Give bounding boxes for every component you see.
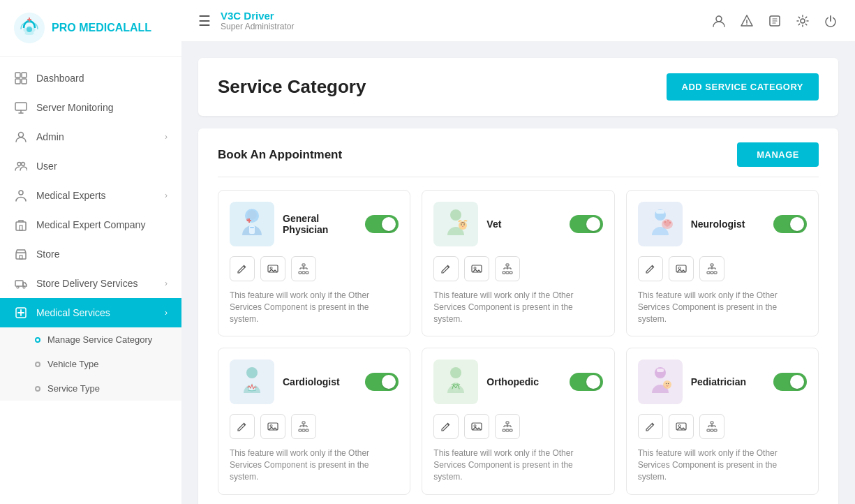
alert-icon[interactable] (739, 13, 754, 29)
hierarchy-action-button[interactable] (495, 256, 520, 281)
medical-person-icon (14, 188, 28, 202)
toggle-pediatrician[interactable] (773, 373, 807, 391)
card-name: General Physician (283, 213, 357, 235)
monitor-icon (14, 101, 28, 114)
svg-point-51 (678, 267, 681, 269)
medical-cross-icon (14, 306, 28, 320)
sidebar-item-medical-services[interactable]: Medical Services › (0, 298, 181, 327)
add-service-category-button[interactable]: ADD SERVICE CATEGORY (667, 73, 819, 101)
hierarchy-action-button[interactable] (495, 414, 520, 439)
image-action-button[interactable] (260, 414, 285, 439)
hierarchy-action-button[interactable] (291, 256, 316, 281)
svg-point-74 (663, 380, 671, 389)
main-area: ☰ V3C Driver Super Administrator (181, 0, 855, 504)
edit-action-button[interactable] (230, 256, 255, 281)
logo-icon (14, 13, 45, 43)
hamburger-button[interactable]: ☰ (198, 13, 211, 29)
svg-rect-26 (250, 227, 254, 228)
sidebar-item-medical-expert-company[interactable]: Medical Expert Company (0, 210, 181, 239)
svg-point-56 (246, 367, 258, 378)
card-avatar (230, 202, 274, 246)
svg-point-19 (716, 16, 722, 22)
delivery-icon (14, 276, 28, 290)
sidebar-sub-service-type[interactable]: Service Type (0, 376, 181, 401)
user-icon[interactable] (711, 13, 727, 29)
sidebar-item-label: Medical Experts (36, 190, 106, 201)
toggle-vet[interactable] (570, 215, 603, 233)
service-card-cardiologist: Cardiologist This fea (218, 348, 410, 494)
sub-item-label: Vehicle Type (47, 359, 98, 369)
svg-point-78 (678, 425, 681, 427)
card-name: Cardiologist (283, 376, 357, 387)
chevron-right-icon: › (165, 132, 168, 142)
svg-rect-15 (15, 281, 23, 286)
svg-point-59 (270, 425, 272, 427)
hierarchy-action-button[interactable] (291, 414, 316, 439)
sidebar-item-user[interactable]: User (0, 151, 181, 181)
edit-icon[interactable] (767, 13, 782, 29)
settings-icon[interactable] (795, 13, 810, 29)
toggle-general-physician[interactable] (365, 215, 399, 233)
sidebar-sub-manage-service-category[interactable]: Manage Service Category (0, 327, 181, 352)
edit-action-button[interactable] (638, 414, 663, 439)
edit-action-button[interactable] (230, 414, 255, 439)
toggle-cardiologist[interactable] (365, 373, 399, 391)
svg-rect-62 (302, 429, 305, 431)
svg-point-76 (667, 383, 668, 384)
card-notice: This feature will work only if the Other… (638, 447, 807, 482)
svg-rect-43 (510, 272, 512, 274)
sidebar-item-medical-experts[interactable]: Medical Experts › (0, 181, 181, 210)
toggle-orthopedic[interactable] (570, 373, 603, 391)
edit-action-button[interactable] (433, 414, 459, 439)
people-icon (14, 159, 28, 173)
building-icon (14, 218, 28, 232)
card-notice: This feature will work only if the Other… (433, 290, 602, 325)
logo-text: PRO MEDICALALL (52, 22, 151, 34)
svg-rect-52 (711, 264, 713, 266)
card-name: Orthopedic (486, 376, 560, 387)
svg-rect-12 (20, 225, 22, 230)
edit-action-button[interactable] (433, 256, 459, 281)
card-avatar (230, 360, 274, 404)
hierarchy-action-button[interactable] (699, 414, 724, 439)
page-header: Service Category ADD SERVICE CATEGORY (198, 58, 838, 116)
svg-rect-70 (506, 429, 509, 431)
svg-rect-31 (299, 272, 302, 274)
svg-rect-45 (656, 210, 664, 214)
svg-rect-33 (306, 272, 308, 274)
image-action-button[interactable] (464, 414, 489, 439)
card-top: Vet (433, 202, 602, 246)
service-card-general-physician: General Physician Thi (218, 190, 410, 336)
image-action-button[interactable] (669, 256, 694, 281)
header-icons (711, 13, 838, 29)
sidebar-sub-vehicle-type[interactable]: Vehicle Type (0, 352, 181, 376)
hierarchy-action-button[interactable] (699, 256, 724, 281)
sidebar-item-label: Medical Services (36, 307, 110, 318)
power-icon[interactable] (823, 13, 838, 29)
sidebar: PRO MEDICALALL Dashboard Server Monitori… (0, 0, 181, 504)
sidebar-item-server-monitoring[interactable]: Server Monitoring (0, 93, 181, 122)
edit-action-button[interactable] (638, 256, 663, 281)
sidebar-item-dashboard[interactable]: Dashboard (0, 64, 181, 93)
sub-dot-icon (35, 362, 40, 367)
service-cards-grid: General Physician Thi (218, 190, 819, 495)
service-card-vet: Vet This feature will (422, 190, 614, 336)
svg-rect-53 (707, 272, 710, 274)
chevron-right-icon: › (165, 308, 168, 318)
card-top: Pediatrician (638, 360, 807, 404)
card-actions (230, 256, 399, 281)
sidebar-item-store[interactable]: Store (0, 239, 181, 269)
image-action-button[interactable] (464, 256, 489, 281)
sidebar-item-admin[interactable]: Admin › (0, 122, 181, 151)
sidebar-item-label: Store (36, 249, 59, 260)
card-name: Pediatrician (691, 376, 765, 387)
svg-rect-32 (302, 272, 305, 274)
toggle-neurologist[interactable] (773, 215, 807, 233)
svg-rect-60 (302, 422, 305, 424)
svg-rect-71 (510, 429, 512, 431)
image-action-button[interactable] (260, 256, 285, 281)
sidebar-item-store-delivery[interactable]: Store Delivery Services › (0, 269, 181, 298)
manage-button[interactable]: MANAGE (737, 142, 819, 167)
image-action-button[interactable] (669, 414, 694, 439)
card-actions (638, 256, 807, 281)
